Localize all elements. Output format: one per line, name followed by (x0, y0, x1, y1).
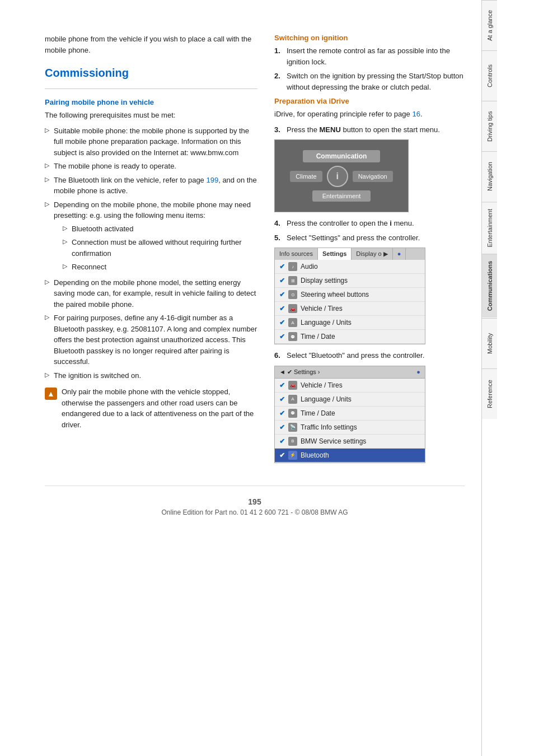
step-5: 5. Select "Settings" and press the contr… (274, 232, 465, 244)
step-2: 2. Switch on the ignition by pressing th… (274, 71, 465, 92)
list-item: ✔ A Language / Units (275, 316, 425, 330)
switching-heading: Switching on ignition (274, 34, 465, 42)
list-item: Depending on the mobile phone model, the… (45, 277, 257, 310)
bullet-list: Suitable mobile phone: the mobile phone … (45, 125, 257, 381)
menu-climate: Climate (290, 171, 322, 182)
tab-extra: ● (393, 248, 406, 260)
list-item: The Bluetooth link on the vehicle, refer… (45, 175, 257, 197)
bluetooth-header: ◄ ✔ Settings › (279, 368, 320, 376)
list-item: ✔ ⊞ Display settings (275, 274, 425, 288)
list-item: ✔ ⊙ Steering wheel buttons (275, 288, 425, 302)
sidebar-tab-driving-tips[interactable]: Driving tips (482, 101, 497, 151)
step-3: 3. Press the MENU button to open the sta… (274, 124, 465, 136)
settings-list-image: Info sources Settings Display o ▶ ● ✔ ♪ … (274, 248, 425, 344)
preparation-heading: Preparation via iDrive (274, 97, 465, 105)
steps-list-1: 1. Insert the remote control as far as p… (274, 45, 465, 92)
warning-icon: ▲ (45, 388, 57, 400)
bluetooth-list-image: ◄ ✔ Settings › ● ✔ 🚗 Vehicle / Tires ✔ A… (274, 366, 425, 463)
list-item: ✔ A Language / Units (275, 393, 425, 407)
step-6: 6. Select "Bluetooth" and press the cont… (274, 350, 465, 361)
list-item: Suitable mobile phone: the mobile phone … (45, 125, 257, 158)
sidebar-tab-mobility[interactable]: Mobility (482, 318, 497, 368)
list-item: ✔ ⌚ Time / Date (275, 330, 425, 344)
sidebar-tab-reference[interactable]: Reference (482, 368, 497, 419)
sidebar-tabs: At a glance Controls Driving tips Naviga… (481, 0, 497, 756)
steps-list-4: 6. Select "Bluetooth" and press the cont… (274, 350, 465, 361)
page-number: 195 (45, 497, 465, 506)
list-item: Depending on the mobile phone, the mobil… (45, 199, 257, 273)
footer-text: Online Edition for Part no. 01 41 2 600 … (161, 508, 348, 516)
list-item: ✔ 🚗 Vehicle / Tires (275, 379, 425, 393)
menu-communication: Communication (303, 150, 381, 162)
list-item: ✔ 📡 Traffic Info settings (275, 421, 425, 435)
sidebar-tab-navigation[interactable]: Navigation (482, 151, 497, 202)
tab-info-sources: Info sources (275, 248, 318, 260)
sidebar-tab-communications[interactable]: Communications (482, 254, 497, 318)
sub-list-item: Reconnect (63, 262, 257, 273)
intro-paragraph: mobile phone from the vehicle if you wis… (45, 34, 257, 55)
list-item: ✔ ⌚ Time / Date (275, 407, 425, 421)
pairing-intro: The following prerequisites must be met: (45, 110, 257, 121)
list-item: ✔ ♪ Audio (275, 260, 425, 274)
sidebar-tab-entertainment[interactable]: Entertainment (482, 202, 497, 254)
tab-settings: Settings (318, 248, 352, 260)
menu-entertainment: Entertainment (312, 190, 371, 202)
sub-list-item: Bluetooth activated (63, 223, 257, 235)
warning-text: Only pair the mobile phone with the vehi… (62, 386, 257, 430)
warning-box: ▲ Only pair the mobile phone with the ve… (45, 386, 257, 430)
list-item: ✔ B BMW Service settings (275, 435, 425, 449)
list-item: The ignition is switched on. (45, 370, 257, 381)
steps-list-3: 4. Press the controller to open the i me… (274, 218, 465, 243)
pairing-heading: Pairing mobile phone in vehicle (45, 98, 257, 106)
section-title: Commissioning (45, 67, 257, 80)
step-4: 4. Press the controller to open the i me… (274, 218, 465, 229)
sidebar-tab-at-a-glance[interactable]: At a glance (482, 0, 497, 50)
sub-bullet-list: Bluetooth activated Connection must be a… (54, 223, 257, 273)
sidebar-tab-controls[interactable]: Controls (482, 50, 497, 101)
list-item: ✔ 🚗 Vehicle / Tires (275, 302, 425, 316)
sub-list-item: Connection must be allowed without requi… (63, 237, 257, 259)
list-item: The mobile phone is ready to operate. (45, 161, 257, 172)
menu-navigation: Navigation (353, 171, 393, 182)
menu-center-i: i (327, 166, 348, 187)
list-item-bluetooth: ✔ ⚡ Bluetooth (275, 449, 425, 463)
idrive-menu-image: Communication Climate i Navigation Enter… (274, 139, 409, 212)
list-item: For pairing purposes, define any 4-16-di… (45, 312, 257, 367)
page-footer: 195 Online Edition for Part no. 01 41 2 … (45, 486, 465, 522)
tab-display: Display o ▶ (352, 248, 392, 260)
steps-list-2: 3. Press the MENU button to open the sta… (274, 124, 465, 136)
step-1: 1. Insert the remote control as far as p… (274, 45, 465, 67)
idrive-intro: iDrive, for operating principle refer to… (274, 109, 465, 120)
